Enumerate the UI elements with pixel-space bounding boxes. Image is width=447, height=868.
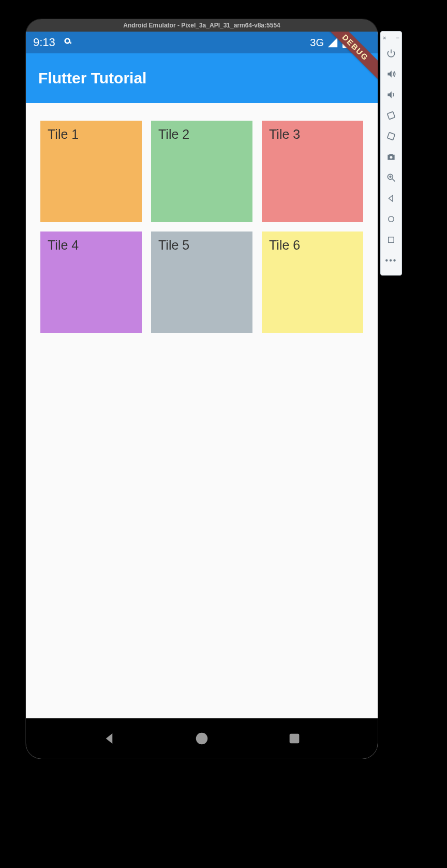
emulator-toolbar: × − ••• (380, 31, 402, 276)
emulator-titlebar: Android Emulator - Pixel_3a_API_31_arm64… (26, 19, 378, 32)
svg-point-15 (196, 733, 208, 745)
tile-4[interactable]: Tile 4 (40, 232, 142, 333)
network-label: 3G (310, 37, 324, 49)
volume-up-icon[interactable] (381, 64, 401, 84)
svg-rect-14 (344, 36, 347, 38)
tile-label: Tile 3 (269, 127, 300, 141)
tile-1[interactable]: Tile 1 (40, 121, 142, 222)
camera-icon[interactable] (381, 147, 401, 167)
tile-label: Tile 2 (158, 127, 189, 141)
status-bar: 9:13 3G (26, 32, 378, 53)
svg-rect-0 (388, 112, 395, 120)
svg-point-2 (390, 156, 393, 158)
tile-5[interactable]: Tile 5 (151, 232, 252, 333)
rotate-right-icon[interactable] (381, 126, 401, 147)
toolbar-minimize[interactable]: − (396, 35, 399, 41)
status-right: 3G (310, 36, 370, 49)
tile-6[interactable]: Tile 6 (262, 232, 363, 333)
more-icon[interactable]: ••• (381, 250, 401, 271)
svg-line-4 (393, 179, 395, 182)
svg-rect-16 (290, 734, 300, 744)
nav-home-icon[interactable] (381, 209, 401, 229)
app-bar: Flutter Tutorial (26, 53, 378, 103)
android-nav-bar (26, 718, 378, 759)
device-screen: DEBUG 9:13 3G Flutter Tutorial (26, 32, 378, 759)
svg-marker-7 (389, 195, 393, 201)
status-left: 9:13 (33, 36, 73, 49)
tile-label: Tile 4 (48, 238, 79, 252)
svg-rect-9 (389, 237, 394, 243)
toolbar-close[interactable]: × (383, 35, 386, 41)
emulator-title-text: Android Emulator - Pixel_3a_API_31_arm64… (123, 22, 280, 29)
nav-back-icon[interactable] (381, 188, 401, 209)
svg-rect-1 (388, 133, 395, 140)
svg-rect-12 (70, 42, 71, 44)
emulator-frame: Android Emulator - Pixel_3a_API_31_arm64… (26, 19, 378, 759)
battery-icon (341, 36, 350, 49)
home-icon[interactable] (192, 729, 211, 748)
tile-label: Tile 5 (158, 238, 189, 252)
app-title: Flutter Tutorial (38, 69, 146, 87)
tile-grid: Tile 1 Tile 2 Tile 3 Tile 4 Tile 5 Tile … (40, 121, 363, 333)
svg-rect-13 (342, 38, 349, 48)
signal-icon (327, 37, 338, 48)
tile-label: Tile 6 (269, 238, 300, 252)
svg-point-11 (66, 39, 69, 42)
rotate-left-icon[interactable] (381, 105, 401, 126)
nav-overview-icon[interactable] (381, 229, 401, 250)
status-dot-icon (63, 36, 73, 49)
toolbar-header: × − (381, 35, 401, 43)
power-icon[interactable] (381, 43, 401, 64)
tile-3[interactable]: Tile 3 (262, 121, 363, 222)
clock: 9:13 (33, 36, 55, 49)
app-body: Tile 1 Tile 2 Tile 3 Tile 4 Tile 5 Tile … (26, 103, 378, 718)
back-icon[interactable] (100, 729, 118, 748)
tile-2[interactable]: Tile 2 (151, 121, 252, 222)
svg-point-8 (389, 216, 394, 222)
overview-icon[interactable] (285, 729, 304, 748)
tile-label: Tile 1 (48, 127, 79, 141)
volume-down-icon[interactable] (381, 84, 401, 105)
zoom-icon[interactable] (381, 167, 401, 188)
